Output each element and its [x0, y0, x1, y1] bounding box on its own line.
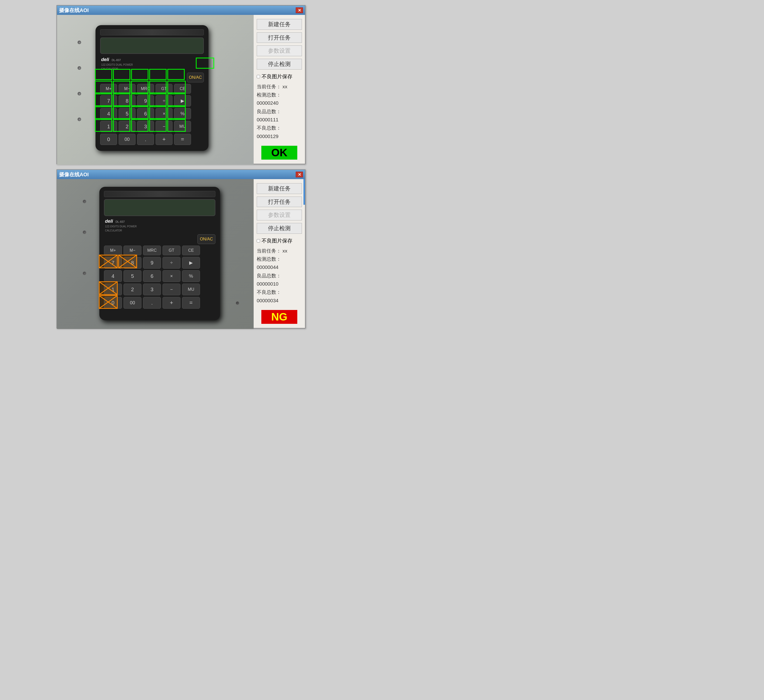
stop-detect-btn-2[interactable]: 停止检测 — [257, 223, 302, 234]
calc-display-1 — [100, 38, 204, 54]
new-task-btn-2[interactable]: 新建任务 — [257, 183, 302, 194]
screw-4 — [78, 117, 81, 121]
key-sub-1: − — [156, 121, 172, 132]
blue-highlight — [304, 179, 305, 205]
key-mminus-2: M− — [124, 245, 141, 255]
screw-2-1 — [83, 200, 86, 203]
new-task-btn-1[interactable]: 新建任务 — [257, 19, 302, 30]
close-icon-1: ✕ — [298, 8, 301, 13]
key-0-1: 0 — [100, 134, 117, 145]
key-3-2: 3 — [143, 284, 161, 295]
key-row-2-1: 7 8 9 ÷ ▶ — [100, 95, 204, 106]
good-val-2: 00000010 — [257, 281, 279, 287]
key-row-3-2: 4 5 6 × % — [104, 270, 215, 282]
current-val-1: xx — [282, 84, 287, 89]
key-onac-2: ON/AC — [197, 234, 215, 244]
solar-strip-1 — [100, 29, 204, 35]
key-row-onac-2: ON/AC — [104, 234, 215, 244]
window-1: 摄像在线AOI ✕ — [56, 5, 305, 164]
key-mrc-2: MRC — [143, 245, 161, 255]
key-mplus-1: M+ — [100, 84, 117, 94]
checkbox-row-2: 不良图片保存 — [257, 238, 302, 244]
current-label-1: 当前任务： — [257, 84, 281, 89]
key-ce-2: CE — [182, 245, 200, 255]
key-5-1: 5 — [119, 108, 136, 119]
open-task-btn-1[interactable]: 打开任务 — [257, 32, 302, 43]
screw-3 — [78, 92, 81, 95]
key-8-1: 8 — [119, 95, 136, 106]
screw-2-5 — [236, 301, 239, 305]
title-2: 摄像在线AOI — [59, 171, 89, 178]
sidebar-1: 新建任务 打开任务 参数设置 停止检测 不良图片保存 当前任务： xx 检测总数… — [254, 15, 305, 164]
key-2-1: 2 — [119, 121, 136, 132]
key-ce-1: CE — [174, 84, 191, 94]
key-row-5-2: 0 00 . + = — [104, 297, 215, 309]
key-1-2: 1 — [104, 284, 122, 295]
result-text-2: NG — [271, 311, 288, 323]
key-00-2: 00 — [124, 297, 141, 309]
key-row-4-1: 1 2 3 − MU — [100, 121, 204, 132]
key-mu-1: MU — [174, 121, 191, 132]
key-gt-2: GT — [163, 245, 180, 255]
total-detect-val-2: 00000044 — [257, 264, 279, 270]
param-settings-btn-2[interactable]: 参数设置 — [257, 209, 302, 220]
screw-1 — [78, 41, 81, 44]
key-eq-1: = — [174, 134, 191, 145]
calc-brand-2: deli DL-837 12Z-DIGITS DUAL POWER CALCUL… — [104, 219, 215, 232]
key-4-2: 4 — [104, 270, 122, 282]
save-bad-label-2: 不良图片保存 — [261, 238, 293, 244]
param-settings-btn-1[interactable]: 参数设置 — [257, 45, 302, 56]
close-button-2[interactable]: ✕ — [296, 172, 303, 177]
result-badge-1: OK — [261, 146, 297, 159]
bad-val-2: 00000034 — [257, 298, 279, 303]
key-add-2: + — [163, 297, 180, 309]
key-row-4-2: 1 2 3 − MU — [104, 284, 215, 295]
key-3-1: 3 — [137, 121, 154, 132]
key-7-1: 7 — [100, 95, 117, 106]
key-mul-1: × — [156, 108, 172, 119]
key-9-1: 9 — [137, 95, 154, 106]
close-icon-2: ✕ — [298, 172, 301, 177]
titlebar-2: 摄像在线AOI ✕ — [57, 170, 305, 179]
key-row-5-1: 0 00 . + = — [100, 134, 204, 145]
good-label-1: 良品总数： — [257, 109, 281, 114]
current-val-2: xx — [282, 248, 287, 253]
save-bad-checkbox-1[interactable] — [257, 75, 260, 78]
result-text-1: OK — [271, 147, 288, 159]
key-pct-1: % — [174, 108, 191, 119]
key-4-1: 4 — [100, 108, 117, 119]
bad-label-2: 不良总数： — [257, 289, 281, 295]
key-1-1: 1 — [100, 121, 117, 132]
calc-brand-1: deli DL-837 12Z-DIGITS DUAL POWER CALCUL… — [100, 57, 204, 70]
stop-detect-btn-1[interactable]: 停止检测 — [257, 59, 302, 70]
good-label-2: 良品总数： — [257, 273, 281, 278]
bad-label-1: 不良总数： — [257, 125, 281, 131]
key-add-1: + — [156, 134, 172, 145]
bad-val-1: 00000129 — [257, 134, 279, 139]
key-row-1-1: M+ M− MRC GT CE — [100, 84, 204, 94]
solar-strip-2 — [104, 191, 215, 197]
key-row-1-2: M+ M− MRC GT CE — [104, 245, 215, 255]
key-row-2-2: 7 8 9 ÷ ▶ — [104, 257, 215, 269]
calculator-1: deli DL-837 12Z-DIGITS DUAL POWER CALCUL… — [96, 25, 208, 151]
current-label-2: 当前任务： — [257, 248, 281, 253]
key-00-1: 00 — [119, 134, 136, 145]
close-button-1[interactable]: ✕ — [296, 8, 303, 13]
calculator-2: deli DL-837 12Z-DIGITS DUAL POWER CALCUL… — [99, 187, 220, 320]
open-task-btn-2[interactable]: 打开任务 — [257, 197, 302, 207]
key-6-1: 6 — [137, 108, 154, 119]
sidebar-2: 新建任务 打开任务 参数设置 停止检测 不良图片保存 当前任务： xx 检测总数… — [254, 179, 305, 328]
titlebar-1: 摄像在线AOI ✕ — [57, 6, 305, 15]
key-div-1: ÷ — [156, 95, 172, 106]
key-mminus-1: M− — [119, 84, 136, 94]
key-div-2: ÷ — [163, 257, 180, 269]
key-2-2: 2 — [124, 284, 141, 295]
key-mrc-1: MRC — [137, 84, 154, 94]
title-1: 摄像在线AOI — [59, 7, 89, 14]
key-eq-2: = — [182, 297, 200, 309]
save-bad-checkbox-2[interactable] — [257, 239, 260, 242]
camera-view-2: deli DL-837 12Z-DIGITS DUAL POWER CALCUL… — [57, 179, 254, 329]
key-dot-2: . — [143, 297, 161, 309]
result-badge-2: NG — [261, 310, 297, 324]
checkbox-row-1: 不良图片保存 — [257, 73, 302, 80]
